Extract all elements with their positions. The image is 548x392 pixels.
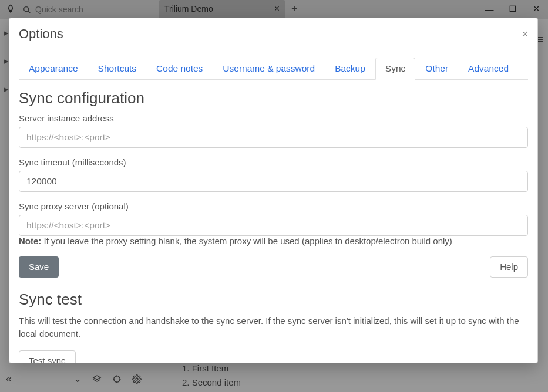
- tab-appearance[interactable]: Appearance: [19, 58, 88, 80]
- server-address-label: Server instance address: [19, 113, 528, 123]
- close-icon[interactable]: ×: [522, 29, 528, 39]
- sync-test-heading: Sync test: [19, 290, 528, 309]
- test-sync-button[interactable]: Test sync: [19, 350, 76, 363]
- help-button[interactable]: Help: [490, 256, 528, 278]
- sync-config-heading: Sync configuration: [19, 89, 528, 107]
- sync-proxy-label: Sync proxy server (optional): [19, 201, 528, 211]
- proxy-note: Note: If you leave the proxy setting bla…: [19, 236, 528, 246]
- tab-advanced[interactable]: Advanced: [458, 58, 519, 80]
- options-modal: Options × Appearance Shortcuts Code note…: [9, 18, 538, 363]
- server-address-input[interactable]: [19, 127, 528, 148]
- modal-body: Appearance Shortcuts Code notes Username…: [9, 49, 537, 363]
- tab-username-password[interactable]: Username & password: [213, 58, 325, 80]
- tab-code-notes[interactable]: Code notes: [146, 58, 213, 80]
- modal-title: Options: [19, 26, 63, 42]
- save-button[interactable]: Save: [19, 256, 59, 278]
- tab-sync[interactable]: Sync: [375, 58, 415, 80]
- tab-shortcuts[interactable]: Shortcuts: [88, 58, 146, 80]
- proxy-note-prefix: Note:: [19, 236, 41, 246]
- proxy-note-text: If you leave the proxy setting blank, th…: [41, 236, 452, 246]
- tab-other[interactable]: Other: [415, 58, 458, 80]
- sync-timeout-input[interactable]: [19, 171, 528, 192]
- sync-proxy-input[interactable]: [19, 215, 528, 236]
- sync-test-description: This will test the connection and handsh…: [19, 315, 528, 341]
- tab-backup[interactable]: Backup: [325, 58, 375, 80]
- options-tabs: Appearance Shortcuts Code notes Username…: [19, 58, 528, 80]
- sync-timeout-label: Sync timeout (milliseconds): [19, 157, 528, 167]
- sync-config-buttons: Save Help: [19, 256, 528, 278]
- modal-header: Options ×: [9, 18, 537, 49]
